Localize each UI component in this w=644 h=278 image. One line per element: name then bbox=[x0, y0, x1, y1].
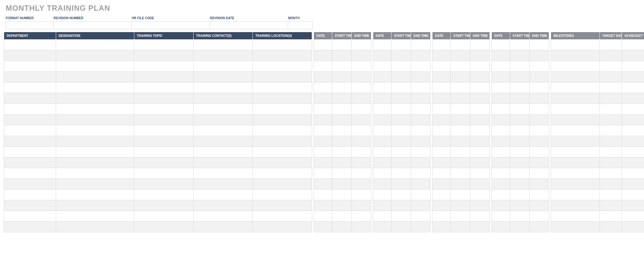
cell[interactable] bbox=[194, 82, 253, 93]
cell[interactable] bbox=[373, 168, 392, 179]
cell[interactable] bbox=[492, 222, 510, 232]
cell[interactable] bbox=[56, 147, 134, 157]
cell[interactable] bbox=[56, 93, 134, 104]
cell[interactable] bbox=[470, 200, 490, 211]
cell[interactable] bbox=[373, 200, 392, 211]
cell[interactable] bbox=[253, 200, 312, 211]
cell[interactable] bbox=[551, 168, 600, 179]
cell[interactable] bbox=[510, 147, 530, 157]
cell[interactable] bbox=[411, 222, 431, 232]
cell[interactable] bbox=[492, 72, 510, 82]
cell[interactable] bbox=[530, 104, 549, 115]
cell[interactable] bbox=[352, 82, 371, 93]
cell[interactable] bbox=[411, 168, 431, 179]
cell[interactable] bbox=[314, 115, 332, 125]
cell[interactable] bbox=[622, 190, 644, 200]
cell[interactable] bbox=[470, 157, 490, 168]
cell[interactable] bbox=[551, 157, 600, 168]
cell[interactable] bbox=[134, 147, 194, 157]
cell[interactable] bbox=[56, 157, 134, 168]
cell[interactable] bbox=[56, 125, 134, 136]
cell[interactable] bbox=[622, 61, 644, 72]
cell[interactable] bbox=[352, 93, 371, 104]
cell[interactable] bbox=[373, 104, 392, 115]
cell[interactable] bbox=[622, 222, 644, 232]
cell[interactable] bbox=[194, 190, 253, 200]
cell[interactable] bbox=[600, 147, 622, 157]
cell[interactable] bbox=[314, 147, 332, 157]
cell[interactable] bbox=[253, 104, 312, 115]
cell[interactable] bbox=[600, 72, 622, 82]
cell[interactable] bbox=[551, 93, 600, 104]
cell[interactable] bbox=[470, 211, 490, 222]
cell[interactable] bbox=[551, 72, 600, 82]
cell[interactable] bbox=[253, 82, 312, 93]
cell[interactable] bbox=[373, 115, 392, 125]
cell[interactable] bbox=[451, 82, 470, 93]
cell[interactable] bbox=[451, 93, 470, 104]
cell[interactable] bbox=[530, 190, 549, 200]
cell[interactable] bbox=[56, 40, 134, 50]
cell[interactable] bbox=[451, 40, 470, 50]
cell[interactable] bbox=[451, 157, 470, 168]
cell[interactable] bbox=[332, 93, 352, 104]
cell[interactable] bbox=[253, 179, 312, 190]
cell[interactable] bbox=[4, 72, 56, 82]
cell[interactable] bbox=[56, 104, 134, 115]
cell[interactable] bbox=[253, 222, 312, 232]
cell[interactable] bbox=[134, 211, 194, 222]
cell[interactable] bbox=[551, 104, 600, 115]
cell[interactable] bbox=[332, 125, 352, 136]
cell[interactable] bbox=[253, 157, 312, 168]
cell[interactable] bbox=[332, 147, 352, 157]
cell[interactable] bbox=[134, 93, 194, 104]
cell[interactable] bbox=[411, 157, 431, 168]
cell[interactable] bbox=[451, 190, 470, 200]
cell[interactable] bbox=[432, 147, 451, 157]
cell[interactable] bbox=[510, 179, 530, 190]
cell[interactable] bbox=[134, 82, 194, 93]
cell[interactable] bbox=[56, 50, 134, 61]
cell[interactable] bbox=[600, 211, 622, 222]
cell[interactable] bbox=[314, 72, 332, 82]
cell[interactable] bbox=[253, 93, 312, 104]
cell[interactable] bbox=[373, 179, 392, 190]
cell[interactable] bbox=[194, 125, 253, 136]
cell[interactable] bbox=[600, 168, 622, 179]
cell[interactable] bbox=[194, 72, 253, 82]
cell[interactable] bbox=[492, 190, 510, 200]
cell[interactable] bbox=[600, 104, 622, 115]
cell[interactable] bbox=[314, 179, 332, 190]
cell[interactable] bbox=[373, 82, 392, 93]
cell[interactable] bbox=[314, 200, 332, 211]
input-format-number[interactable] bbox=[6, 21, 54, 29]
cell[interactable] bbox=[314, 211, 332, 222]
cell[interactable] bbox=[530, 168, 549, 179]
cell[interactable] bbox=[373, 157, 392, 168]
cell[interactable] bbox=[510, 190, 530, 200]
cell[interactable] bbox=[332, 200, 352, 211]
cell[interactable] bbox=[352, 179, 371, 190]
cell[interactable] bbox=[432, 82, 451, 93]
cell[interactable] bbox=[392, 200, 411, 211]
cell[interactable] bbox=[332, 40, 352, 50]
cell[interactable] bbox=[332, 190, 352, 200]
cell[interactable] bbox=[194, 61, 253, 72]
cell[interactable] bbox=[194, 115, 253, 125]
cell[interactable] bbox=[622, 157, 644, 168]
cell[interactable] bbox=[253, 147, 312, 157]
cell[interactable] bbox=[134, 200, 194, 211]
cell[interactable] bbox=[253, 72, 312, 82]
cell[interactable] bbox=[373, 61, 392, 72]
cell[interactable] bbox=[253, 115, 312, 125]
cell[interactable] bbox=[411, 50, 431, 61]
cell[interactable] bbox=[470, 104, 490, 115]
cell[interactable] bbox=[411, 82, 431, 93]
cell[interactable] bbox=[392, 40, 411, 50]
cell[interactable] bbox=[530, 179, 549, 190]
cell[interactable] bbox=[622, 40, 644, 50]
cell[interactable] bbox=[134, 125, 194, 136]
cell[interactable] bbox=[432, 93, 451, 104]
cell[interactable] bbox=[432, 200, 451, 211]
cell[interactable] bbox=[392, 211, 411, 222]
